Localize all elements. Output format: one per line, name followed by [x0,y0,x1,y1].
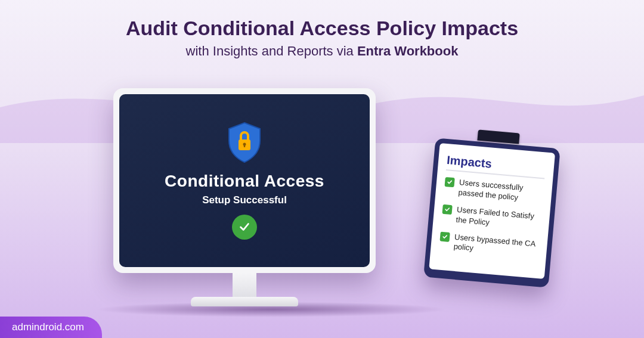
impact-text: Users bypassed the CA policy [453,232,539,259]
shield-lock-icon [225,122,264,163]
clipboard-paper: Impacts Users successfully passed the po… [429,143,555,279]
subtitle-prefix: with Insights and Reports via [186,44,357,58]
clipboard-back: Impacts Users successfully passed the po… [423,138,561,288]
impact-item: Users Failed to Satisfy the Policy [441,204,541,232]
screen-status: Setup Successful [202,194,287,206]
impacts-title: Impacts [446,153,546,175]
impact-text: Users Failed to Satisfy the Policy [456,205,541,232]
check-icon [439,231,450,241]
screen-heading: Conditional Access [165,172,324,191]
impact-item: Users successfully passed the policy [444,176,544,205]
illustration-scene: Conditional Access Setup Successful Impa… [113,88,531,327]
monitor-stand-base [191,297,298,306]
subtitle-bold: Entra Workbook [357,44,459,58]
check-icon [442,204,452,215]
impact-text: Users successfully passed the policy [458,178,544,205]
header: Audit Conditional Access Policy Impacts … [0,0,644,59]
brand-badge: admindroid.com [0,317,102,338]
monitor: Conditional Access Setup Successful [113,88,376,306]
success-check-icon [232,215,257,240]
check-icon [444,177,454,187]
page-title: Audit Conditional Access Policy Impacts [0,17,644,40]
monitor-bezel: Conditional Access Setup Successful [113,88,376,273]
monitor-screen: Conditional Access Setup Successful [119,94,370,267]
impact-item: Users bypassed the CA policy [439,231,539,259]
page-subtitle: with Insights and Reports via Entra Work… [0,44,644,59]
impacts-clipboard: Impacts Users successfully passed the po… [423,137,561,288]
monitor-stand-neck [233,273,256,297]
svg-rect-2 [244,144,245,147]
